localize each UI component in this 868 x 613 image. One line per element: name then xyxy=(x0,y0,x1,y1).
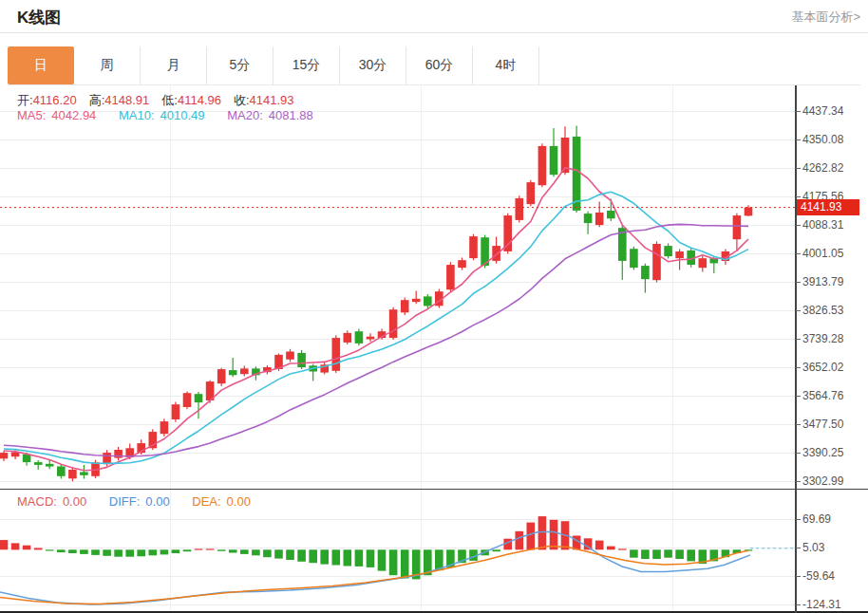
macd-bar xyxy=(274,549,283,558)
macd-bar xyxy=(263,549,272,557)
tab-15分[interactable]: 15分 xyxy=(274,46,340,84)
diff-line xyxy=(0,531,750,604)
candle xyxy=(297,353,306,367)
candle xyxy=(34,462,43,465)
macd-bar xyxy=(332,549,341,565)
candle xyxy=(103,453,111,464)
macd-bar xyxy=(286,549,294,560)
macd-bar xyxy=(367,549,375,567)
fundamental-analysis-link[interactable]: 基本面分析> xyxy=(791,9,860,26)
candles-layer xyxy=(0,126,752,482)
current-price-tag: 4141.93 xyxy=(797,199,859,215)
candle xyxy=(183,393,192,407)
macd-bar xyxy=(125,549,134,556)
macd-bar xyxy=(378,549,387,570)
macd-bar xyxy=(389,549,398,575)
candle xyxy=(745,208,753,216)
y-axis-label: 3826.53 xyxy=(802,304,844,317)
y-axis-label: 4350.08 xyxy=(802,133,844,146)
candle xyxy=(664,246,672,256)
candle xyxy=(424,296,432,306)
candle xyxy=(401,300,409,312)
candle xyxy=(538,146,547,185)
y-axis-label: -59.64 xyxy=(802,569,835,583)
candle xyxy=(458,260,466,268)
candle xyxy=(607,211,615,218)
tab-5分[interactable]: 5分 xyxy=(207,46,274,84)
y-axis-label: 4001.05 xyxy=(802,247,844,260)
y-axis-label: -124.31 xyxy=(802,598,841,611)
macd-bar xyxy=(195,548,203,549)
tab-月[interactable]: 月 xyxy=(141,46,207,84)
y-axis-label: 4262.82 xyxy=(802,161,844,175)
kline-chart: 4437.344350.084262.824175.564088.314001.… xyxy=(0,85,868,613)
candle xyxy=(217,369,226,383)
candle xyxy=(527,182,536,204)
candle xyxy=(652,244,661,280)
candle xyxy=(344,333,352,343)
titlebar: K线图 基本面分析> xyxy=(0,0,868,33)
macd-bar xyxy=(23,546,31,550)
y-axis-label: 3564.76 xyxy=(802,389,844,402)
macd-bar xyxy=(527,523,536,550)
candle xyxy=(229,370,237,375)
macd-bar xyxy=(309,549,317,563)
macd-bar xyxy=(57,549,66,552)
macd-bar xyxy=(103,549,111,556)
y-axis-label: 3739.28 xyxy=(802,332,844,345)
candle xyxy=(80,472,88,474)
y-axis-label: 3302.99 xyxy=(802,474,844,488)
macd-bar xyxy=(240,549,249,554)
macd-bar xyxy=(401,549,409,578)
macd-bar xyxy=(516,531,524,550)
candle xyxy=(240,368,249,374)
candle xyxy=(595,213,604,225)
macd-bar xyxy=(618,548,627,549)
macd-bar xyxy=(229,549,237,552)
macd-bar xyxy=(46,549,54,550)
macd-bar xyxy=(149,549,158,555)
macd-bar xyxy=(652,549,661,559)
page-title: K线图 xyxy=(17,7,61,28)
ma10-line xyxy=(4,192,748,463)
tab-周[interactable]: 周 xyxy=(74,46,141,84)
candle xyxy=(412,299,421,302)
y-axis-label: 5.03 xyxy=(802,541,825,554)
macd-bar xyxy=(355,549,364,567)
macd-bar xyxy=(183,549,192,551)
grid-layer xyxy=(0,86,796,611)
macd-bar xyxy=(0,540,8,549)
y-axis-label: 69.69 xyxy=(802,512,831,526)
y-axis-label: 4437.34 xyxy=(802,104,844,118)
macd-bar xyxy=(641,549,650,559)
candle xyxy=(355,331,364,344)
tab-4时[interactable]: 4时 xyxy=(473,46,539,84)
macd-bar xyxy=(320,549,329,564)
macd-bar xyxy=(160,549,169,554)
tab-30分[interactable]: 30分 xyxy=(340,46,406,84)
tab-60分[interactable]: 60分 xyxy=(406,46,473,84)
candle xyxy=(160,421,169,434)
tab-日[interactable]: 日 xyxy=(8,46,74,84)
macd-bar xyxy=(607,547,615,550)
y-axis-label: 4088.31 xyxy=(802,218,844,232)
candle xyxy=(469,236,478,258)
ma5-line xyxy=(4,168,748,471)
candle xyxy=(389,309,398,338)
candle xyxy=(23,455,31,462)
macd-bar xyxy=(11,543,20,549)
macd-bar xyxy=(492,549,500,551)
candle xyxy=(446,265,455,289)
candle xyxy=(503,215,512,251)
macd-bar xyxy=(68,549,77,553)
macd-bar xyxy=(344,549,352,566)
macd-bar xyxy=(80,549,88,554)
candle xyxy=(550,146,558,175)
y-axis-label: 3652.02 xyxy=(802,361,844,374)
candle xyxy=(516,198,524,220)
candle xyxy=(573,137,581,211)
candle xyxy=(57,467,66,476)
y-axis-label: 3913.79 xyxy=(802,275,844,288)
kline-chart-canvas[interactable]: 4437.344350.084262.824175.564088.314001.… xyxy=(0,85,868,613)
macd-bar xyxy=(217,549,226,550)
